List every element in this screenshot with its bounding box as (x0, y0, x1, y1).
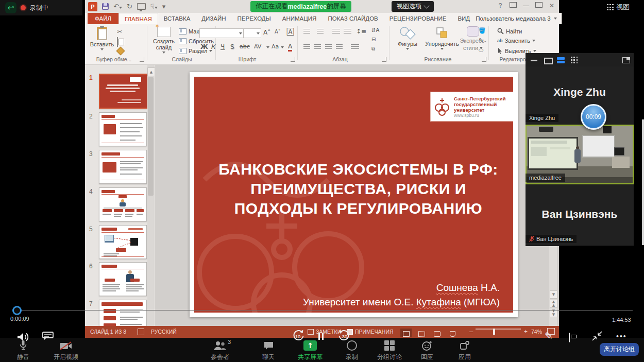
tab-insert[interactable]: ВСТАВКА (158, 13, 196, 24)
speaker-view-icon[interactable] (544, 58, 553, 64)
text-shadow-button[interactable]: S (230, 43, 234, 50)
cut-icon[interactable]: ✂ (117, 28, 123, 35)
clipboard-dialog-launcher[interactable] (140, 57, 144, 62)
shrink-font-icon[interactable]: A˅ (275, 29, 281, 35)
slide-thumbnail-6[interactable] (99, 262, 147, 296)
reactions-button[interactable]: 回应 (421, 340, 433, 361)
breakout-rooms-button[interactable]: 分组讨论 (377, 340, 402, 361)
shape-outline-icon[interactable]: ✎ (479, 37, 483, 44)
paragraph-dialog-launcher[interactable] (382, 57, 386, 62)
pop-out-panel-icon[interactable] (622, 57, 630, 63)
powerpoint-logo-icon[interactable]: P (88, 2, 97, 11)
more-options-icon[interactable]: ••• (616, 332, 627, 340)
line-spacing-icon[interactable]: ↕≡ (356, 28, 366, 35)
view-options-button[interactable]: 视图选项 (392, 1, 434, 12)
font-size-select[interactable] (244, 28, 261, 38)
justify-icon[interactable] (336, 44, 343, 49)
increase-indent-icon[interactable] (344, 29, 351, 34)
account-menu[interactable]: Пользователь медиазала 3 (476, 13, 561, 24)
thumbnail-scrollbar-thumb[interactable] (148, 77, 154, 196)
close-button[interactable]: ✕ (549, 2, 555, 9)
slide-thumbnail-5[interactable] (99, 225, 147, 259)
italic-button[interactable]: К (211, 43, 215, 50)
numbering-icon[interactable] (317, 29, 324, 34)
start-slideshow-icon[interactable] (137, 3, 146, 10)
tab-review[interactable]: РЕЦЕНЗИРОВАНИЕ (384, 13, 452, 24)
playback-scrubber[interactable] (12, 306, 22, 315)
character-spacing-dropdown-icon[interactable] (266, 46, 269, 48)
tab-animations[interactable]: АНИМАЦИЯ (277, 13, 323, 24)
slideshow-view-button[interactable] (447, 329, 458, 337)
previous-slide-icon[interactable]: ▲▲ (550, 300, 557, 308)
shapes-button[interactable]: Фигуры (394, 26, 421, 50)
change-case-button[interactable]: Aa (272, 43, 279, 50)
replace-button[interactable]: ab Заменить (497, 38, 535, 44)
slide-thumbnail-1[interactable] (99, 74, 148, 109)
zoom-percentage[interactable]: 74% (531, 329, 542, 335)
thumbnail-scroll-up-icon[interactable]: ▲ (147, 67, 155, 76)
slide-canvas[interactable]: Санкт-Петербургский государственный унив… (190, 72, 518, 317)
ribbon-display-button[interactable] (510, 2, 517, 8)
thumbnail-scrollbar[interactable]: ▲ (147, 65, 154, 326)
paste-button[interactable]: Вставить (90, 27, 114, 50)
forward-30-button[interactable]: 30 (337, 329, 351, 344)
redo-icon[interactable]: ↻ (127, 3, 132, 10)
align-text-icon[interactable]: ⊟ (371, 37, 376, 42)
rewind-10-button[interactable]: 10 (292, 329, 305, 344)
account-avatar[interactable] (561, 13, 562, 24)
gallery-view-icon[interactable] (571, 57, 578, 64)
participants-button[interactable]: 3 参会者 (211, 340, 229, 361)
stacked-view-icon[interactable] (557, 57, 565, 60)
reading-view-button[interactable] (431, 329, 443, 337)
tab-file[interactable]: ФАЙЛ (88, 13, 118, 24)
normal-view-button[interactable] (400, 329, 412, 337)
chat-button[interactable]: 聊天 (262, 340, 275, 361)
touch-mode-icon[interactable]: ☟ (150, 3, 158, 10)
convert-smartart-icon[interactable]: ⧉ (371, 46, 375, 52)
align-center-icon[interactable] (314, 44, 321, 49)
panel-minimize-icon[interactable] (531, 60, 537, 61)
slide-thumbnail-4[interactable] (99, 187, 147, 221)
help-button[interactable]: ? (497, 2, 503, 9)
align-left-icon[interactable] (303, 44, 310, 49)
tab-view[interactable]: ВИД (452, 13, 476, 24)
zoom-in-button[interactable]: + (524, 328, 528, 335)
touch-mode-dropdown-icon[interactable] (155, 7, 158, 9)
zoom-out-button[interactable]: – (469, 327, 473, 335)
stacked-view-icon2[interactable] (557, 61, 565, 63)
shape-fill-icon[interactable]: 🪣 (479, 27, 486, 34)
scroll-down-icon[interactable]: ▼ (550, 290, 557, 299)
new-slide-button[interactable]: Создать слайд (151, 27, 177, 54)
font-color-button[interactable]: А (288, 43, 292, 51)
annotate-pencil-icon[interactable]: ✎ (545, 330, 553, 341)
language-indicator[interactable]: РУССКИЙ (151, 329, 177, 335)
minimize-button[interactable]: — (523, 2, 529, 9)
clear-formatting-icon[interactable]: 🄰 (287, 28, 294, 36)
participant-tile-mediazalfree[interactable]: mediazalfree (526, 125, 634, 185)
decrease-indent-icon[interactable] (332, 29, 340, 34)
comments-button[interactable]: ПРИМЕЧАНИЯ (355, 329, 394, 335)
strikethrough-button[interactable]: abc (240, 43, 250, 50)
save-icon[interactable] (102, 3, 109, 10)
font-dialog-launcher[interactable] (291, 57, 295, 62)
subtitle-chat-icon[interactable] (42, 332, 54, 342)
grow-font-icon[interactable]: A˄ (263, 29, 270, 36)
undo-dropdown-icon[interactable] (119, 7, 122, 9)
tab-design[interactable]: ДИЗАЙН (196, 13, 231, 24)
align-right-icon[interactable] (325, 44, 332, 49)
leave-breakout-button[interactable]: 离开讨论组 (600, 343, 639, 356)
find-button[interactable]: Найти (497, 28, 522, 35)
text-direction-icon[interactable]: ⇵A (371, 27, 379, 33)
drawing-dialog-launcher[interactable] (482, 57, 486, 62)
participant-tile-van-czinven[interactable]: Ван Цзинвэнь Ван Цзинвэнь (526, 184, 634, 246)
pause-button[interactable] (318, 333, 324, 340)
recorder-app-icon[interactable]: ↩ (5, 2, 16, 13)
tab-slideshow[interactable]: ПОКАЗ СЛАЙДОВ (322, 13, 383, 24)
slide-thumbnail-2[interactable] (99, 112, 147, 146)
format-painter-icon[interactable] (116, 47, 125, 56)
customize-qat-icon[interactable]: ▾ (162, 3, 166, 10)
arrange-button[interactable]: Упорядочить (423, 26, 461, 50)
underline-button[interactable]: Ч (221, 43, 225, 50)
exit-fullscreen-icon[interactable] (591, 331, 603, 343)
columns-icon[interactable] (351, 44, 359, 49)
